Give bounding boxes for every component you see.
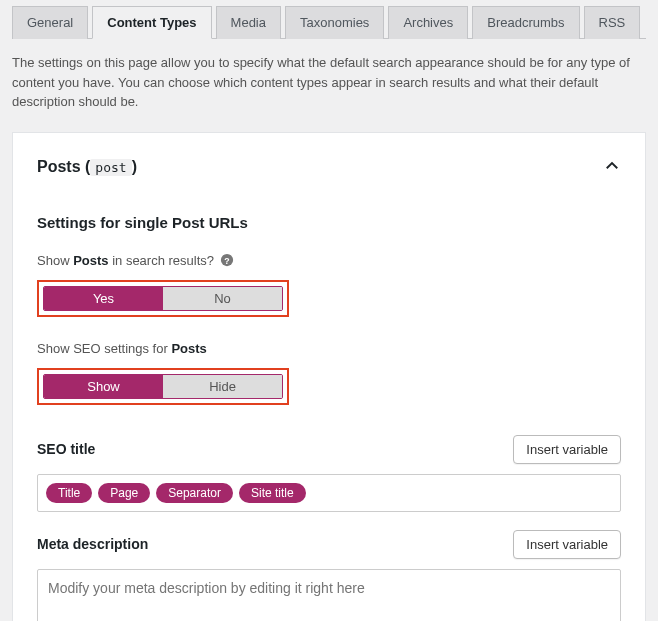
label-bold: Posts: [171, 341, 206, 356]
page-description: The settings on this page allow you to s…: [12, 39, 646, 132]
tab-taxonomies[interactable]: Taxonomies: [285, 6, 384, 39]
label-text: Show SEO settings for: [37, 341, 171, 356]
post-type-code: post: [90, 159, 131, 176]
panel-title-suffix: ): [132, 158, 137, 175]
label-text: in search results?: [109, 253, 215, 268]
panel-title: Posts (post): [37, 158, 137, 176]
tab-general[interactable]: General: [12, 6, 88, 39]
variable-pill[interactable]: Separator: [156, 483, 233, 503]
seo-title-input[interactable]: TitlePageSeparatorSite title: [37, 474, 621, 512]
toggle-no-button[interactable]: No: [163, 287, 282, 310]
tab-breadcrumbs[interactable]: Breadcrumbs: [472, 6, 579, 39]
toggle-hide-button[interactable]: Hide: [163, 375, 282, 398]
meta-description-row: Meta description Insert variable: [37, 530, 621, 559]
variable-pill[interactable]: Site title: [239, 483, 306, 503]
variable-pill[interactable]: Page: [98, 483, 150, 503]
show-posts-search-toggle: Yes No: [43, 286, 283, 311]
insert-variable-button[interactable]: Insert variable: [513, 530, 621, 559]
panel-header[interactable]: Posts (post): [37, 157, 621, 178]
insert-variable-button[interactable]: Insert variable: [513, 435, 621, 464]
seo-title-row: SEO title Insert variable: [37, 435, 621, 464]
tab-archives[interactable]: Archives: [388, 6, 468, 39]
posts-panel: Posts (post) Settings for single Post UR…: [12, 132, 646, 622]
tab-content-types[interactable]: Content Types: [92, 6, 211, 39]
toggle-show-button[interactable]: Show: [44, 375, 163, 398]
svg-text:?: ?: [224, 256, 229, 266]
toggle-yes-button[interactable]: Yes: [44, 287, 163, 310]
help-icon[interactable]: ?: [220, 253, 234, 267]
meta-description-input[interactable]: [37, 569, 621, 622]
tabs-nav: GeneralContent TypesMediaTaxonomiesArchi…: [12, 0, 646, 38]
label-bold: Posts: [73, 253, 108, 268]
meta-description-label: Meta description: [37, 536, 148, 552]
label-text: Show: [37, 253, 73, 268]
show-posts-search-label: Show Posts in search results? ?: [37, 253, 621, 268]
panel-title-prefix: Posts (: [37, 158, 90, 175]
show-posts-search-toggle-highlight: Yes No: [37, 280, 289, 317]
show-seo-settings-toggle-highlight: Show Hide: [37, 368, 289, 405]
variable-pill[interactable]: Title: [46, 483, 92, 503]
show-seo-settings-label: Show SEO settings for Posts: [37, 341, 621, 356]
show-seo-settings-toggle: Show Hide: [43, 374, 283, 399]
section-heading: Settings for single Post URLs: [37, 214, 621, 231]
chevron-up-icon[interactable]: [603, 157, 621, 178]
seo-title-label: SEO title: [37, 441, 95, 457]
tab-rss[interactable]: RSS: [584, 6, 641, 39]
tab-media[interactable]: Media: [216, 6, 281, 39]
